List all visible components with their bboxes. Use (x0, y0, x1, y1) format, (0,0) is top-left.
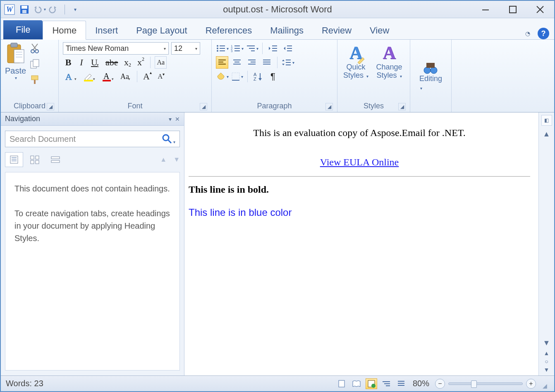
next-page-icon[interactable]: ▼ (544, 366, 550, 373)
nav-tab-pages[interactable] (26, 152, 44, 167)
ruler-toggle-icon[interactable]: ◧ (541, 115, 552, 126)
bullets-button[interactable]: ▾ (216, 42, 228, 55)
borders-button[interactable]: ▾ (231, 70, 243, 83)
redo-icon[interactable] (48, 3, 60, 16)
view-draft-icon[interactable] (395, 378, 407, 389)
view-web-icon[interactable] (366, 378, 377, 389)
paste-button[interactable]: Paste ▾ (5, 42, 26, 80)
align-center-button[interactable] (231, 56, 243, 69)
grow-font-button[interactable]: A▴ (141, 70, 153, 83)
align-right-button[interactable] (246, 56, 258, 69)
justify-button[interactable] (261, 56, 273, 69)
numbering-button[interactable]: 123▾ (231, 42, 243, 55)
strikethrough-button[interactable]: abe (104, 56, 120, 69)
change-case-button[interactable]: Aa (155, 56, 167, 69)
prev-page-icon[interactable]: ▲ (544, 350, 550, 356)
tab-mailings[interactable]: Mailings (261, 21, 313, 39)
tab-view[interactable]: View (361, 21, 398, 39)
save-icon[interactable] (18, 3, 31, 16)
tab-home[interactable]: Home (43, 21, 86, 40)
clipboard-launcher-icon[interactable]: ◢ (47, 103, 54, 110)
font-name-combo[interactable]: Times New Roman▾ (63, 42, 169, 55)
svg-line-72 (168, 140, 171, 143)
copy-icon[interactable] (29, 58, 41, 70)
search-input[interactable]: Search Document ▾ (5, 131, 180, 147)
page[interactable]: This is an evaluation copy of Aspose.Ema… (184, 112, 538, 227)
subscript-button[interactable]: x2 (122, 56, 133, 69)
tab-review[interactable]: Review (313, 21, 361, 39)
cut-icon[interactable] (29, 42, 41, 55)
styles-launcher-icon[interactable]: ◢ (398, 103, 406, 110)
scroll-up-icon[interactable]: ▲ (543, 130, 550, 139)
scroll-down-icon[interactable]: ▼ (543, 339, 550, 347)
superscript-button[interactable]: x2 (135, 56, 146, 69)
shrink-font-button[interactable]: A▾ (156, 70, 167, 83)
maximize-button[interactable] (501, 3, 524, 16)
qat-customize-icon[interactable]: ▾ (69, 3, 81, 16)
change-styles-button[interactable]: A Change Styles ▾ (373, 42, 406, 80)
quick-styles-button[interactable]: A Quick Styles ▾ (342, 42, 370, 80)
highlight-button[interactable]: ▾ (81, 70, 98, 83)
undo-icon[interactable]: ▾ (33, 3, 45, 16)
nav-tab-results[interactable] (46, 152, 65, 167)
font-color-button[interactable]: A▾ (100, 70, 116, 83)
outdent-button[interactable] (267, 42, 279, 55)
tab-references[interactable]: References (196, 21, 261, 39)
nav-tab-headings[interactable] (5, 152, 23, 167)
underline-button[interactable]: U▾ (89, 56, 101, 69)
pilcrow-button[interactable]: ¶ (267, 70, 279, 83)
ribbon-minimize-icon[interactable]: ◔ (522, 28, 533, 39)
nav-next-icon[interactable]: ▼ (173, 156, 180, 163)
content-area: Navigation ▾ ✕ Search Document ▾ ▲ ▼ Thi… (1, 112, 554, 375)
nav-dropdown-icon[interactable]: ▾ (169, 116, 172, 122)
group-font: Times New Roman▾ 12▾ B I U▾ abe x2 x2 Aa… (59, 40, 212, 112)
search-icon[interactable]: ▾ (162, 134, 175, 144)
tab-insert[interactable]: Insert (86, 21, 127, 39)
resize-grip-icon[interactable]: ◢ (543, 382, 549, 389)
indent-button[interactable] (282, 42, 294, 55)
view-outline-icon[interactable] (380, 378, 392, 389)
close-button[interactable] (529, 3, 552, 16)
sort-button[interactable]: AZ (252, 70, 264, 83)
format-painter-icon[interactable] (29, 74, 41, 86)
words-value[interactable]: 23 (34, 379, 43, 388)
font-launcher-icon[interactable]: ◢ (200, 103, 207, 110)
group-label: Clipboard (14, 102, 45, 110)
help-icon[interactable]: ? (538, 28, 549, 39)
font-size-combo[interactable]: 12▾ (171, 42, 200, 55)
nav-close-icon[interactable]: ✕ (175, 116, 180, 122)
zoom-thumb[interactable] (471, 380, 477, 388)
zoom-slider[interactable] (448, 382, 523, 385)
tab-page-layout[interactable]: Page Layout (127, 21, 196, 39)
svg-text:W: W (6, 5, 14, 14)
paragraph-launcher-icon[interactable]: ◢ (325, 103, 333, 110)
zoom-in-button[interactable]: + (526, 379, 536, 389)
view-print-layout-icon[interactable] (336, 378, 347, 389)
svg-rect-11 (14, 50, 24, 63)
navigation-body: This document does not contain headings.… (5, 172, 180, 370)
nav-prev-icon[interactable]: ▲ (160, 156, 167, 163)
align-left-button[interactable] (216, 56, 228, 69)
minimize-button[interactable] (474, 3, 497, 16)
bold-button[interactable]: B (63, 56, 74, 69)
view-reading-icon[interactable] (351, 378, 362, 389)
editing-button[interactable]: Editing▾ (419, 61, 442, 92)
zoom-out-button[interactable]: − (435, 379, 445, 389)
quick-styles-label: Quick Styles (343, 63, 366, 79)
multilevel-button[interactable]: ▾ (246, 42, 258, 55)
shading-button[interactable]: ▾ (216, 70, 228, 83)
line-spacing-button[interactable]: ▾ (282, 56, 294, 69)
svg-text:Z: Z (254, 76, 256, 81)
char-scale-button[interactable]: Aa▾ (119, 70, 133, 83)
svg-rect-22 (34, 80, 36, 84)
zoom-value[interactable]: 80% (413, 379, 429, 388)
app-icon[interactable]: W (3, 3, 16, 16)
document-scroll[interactable]: This is an evaluation copy of Aspose.Ema… (184, 112, 538, 375)
vertical-scrollbar[interactable]: ◧ ▲ ▼ ▲ ○ ▼ (538, 112, 554, 375)
file-tab[interactable]: File (3, 20, 43, 39)
svg-rect-6 (510, 6, 516, 13)
browse-object-icon[interactable]: ○ (545, 358, 548, 365)
italic-button[interactable]: I (76, 56, 87, 69)
text-effects-button[interactable]: A▾ (63, 70, 79, 83)
eula-link[interactable]: View EULA Online (320, 157, 399, 167)
